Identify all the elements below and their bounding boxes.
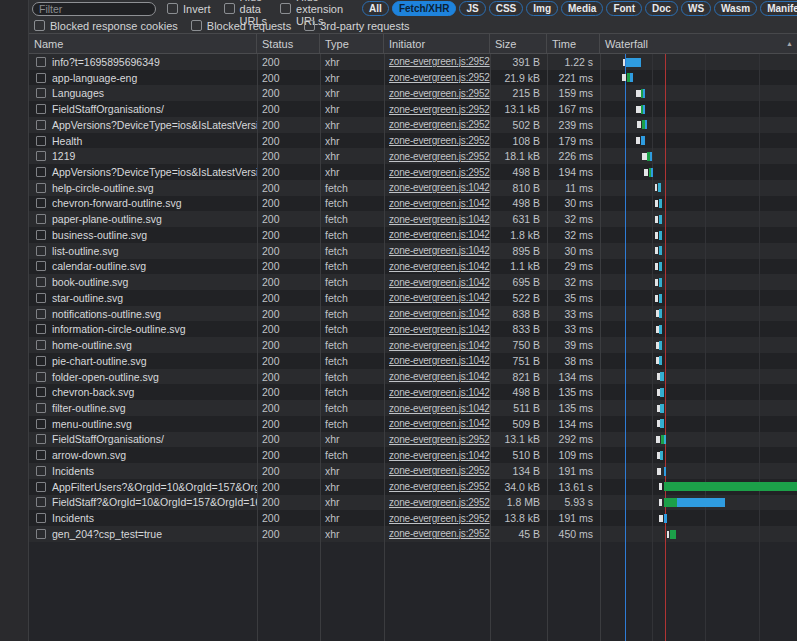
table-row[interactable]: filter-outline.svg200fetchzone-evergreen… <box>29 400 797 416</box>
initiator-link[interactable]: zone-evergreen.js:1042 <box>389 182 490 193</box>
table-row[interactable]: 1219200xhrzone-evergreen.js:295218.1 kB2… <box>29 148 797 164</box>
initiator-link[interactable]: zone-evergreen.js:1042 <box>389 229 490 240</box>
table-row[interactable]: chevron-back.svg200fetchzone-evergreen.j… <box>29 384 797 400</box>
table-row[interactable]: information-circle-outline.svg200fetchzo… <box>29 321 797 337</box>
table-row[interactable]: help-circle-outline.svg200fetchzone-ever… <box>29 180 797 196</box>
row-checkbox[interactable] <box>36 183 46 193</box>
initiator-link[interactable]: zone-evergreen.js:2952 <box>389 497 490 508</box>
table-row[interactable]: AppFilterUsers?&OrgId=10&OrgId=157&OrgId… <box>29 479 797 495</box>
initiator-link[interactable]: zone-evergreen.js:1042 <box>389 308 490 319</box>
row-checkbox[interactable] <box>36 513 46 523</box>
initiator-link[interactable]: zone-evergreen.js:1042 <box>389 324 490 335</box>
table-row[interactable]: star-outline.svg200fetchzone-evergreen.j… <box>29 290 797 306</box>
filter-pill-doc[interactable]: Doc <box>645 1 678 16</box>
table-row[interactable]: AppVersions?DeviceType=ios&IsLatestVersi… <box>29 164 797 180</box>
checkbox-blocked-response-cookies[interactable]: Blocked response cookies <box>34 20 178 32</box>
row-checkbox[interactable] <box>36 88 46 98</box>
initiator-link[interactable]: zone-evergreen.js:1042 <box>389 450 490 461</box>
initiator-link[interactable]: zone-evergreen.js:1042 <box>389 340 490 351</box>
row-checkbox[interactable] <box>36 466 46 476</box>
table-row[interactable]: app-language-eng200xhrzone-evergreen.js:… <box>29 70 797 86</box>
initiator-link[interactable]: zone-evergreen.js:1042 <box>389 261 490 272</box>
checkbox-blocked-requests[interactable]: Blocked requests <box>191 20 291 32</box>
row-checkbox[interactable] <box>36 450 46 460</box>
filter-input[interactable] <box>32 2 156 16</box>
table-row[interactable]: book-outline.svg200fetchzone-evergreen.j… <box>29 274 797 290</box>
initiator-link[interactable]: zone-evergreen.js:2952 <box>389 56 490 67</box>
row-checkbox[interactable] <box>36 230 46 240</box>
initiator-link[interactable]: zone-evergreen.js:1042 <box>389 292 490 303</box>
table-row[interactable]: Health200xhrzone-evergreen.js:2952108 B1… <box>29 133 797 149</box>
initiator-link[interactable]: zone-evergreen.js:2952 <box>389 88 490 99</box>
filter-pill-ws[interactable]: WS <box>681 1 711 16</box>
row-checkbox[interactable] <box>36 356 46 366</box>
initiator-link[interactable]: zone-evergreen.js:1042 <box>389 245 490 256</box>
row-checkbox[interactable] <box>36 293 46 303</box>
initiator-link[interactable]: zone-evergreen.js:2952 <box>389 528 490 539</box>
column-header-type[interactable]: Type <box>320 34 384 53</box>
initiator-link[interactable]: zone-evergreen.js:2952 <box>389 481 490 492</box>
column-header-time[interactable]: Time <box>547 34 600 53</box>
row-checkbox[interactable] <box>36 482 46 492</box>
initiator-link[interactable]: zone-evergreen.js:2952 <box>389 72 490 83</box>
row-checkbox[interactable] <box>36 198 46 208</box>
row-checkbox[interactable] <box>36 151 46 161</box>
row-checkbox[interactable] <box>36 309 46 319</box>
table-row[interactable]: FieldStaffOrganisations/200xhrzone-everg… <box>29 101 797 117</box>
table-row[interactable]: Incidents200xhrzone-evergreen.js:2952134… <box>29 463 797 479</box>
initiator-link[interactable]: zone-evergreen.js:2952 <box>389 135 490 146</box>
initiator-link[interactable]: zone-evergreen.js:2952 <box>389 465 490 476</box>
row-checkbox[interactable] <box>36 340 46 350</box>
row-checkbox[interactable] <box>36 214 46 224</box>
table-row[interactable]: FieldStaff?&OrgId=10&OrgId=157&OrgId=164… <box>29 495 797 511</box>
column-header-waterfall[interactable]: Waterfall ▲ <box>600 34 797 53</box>
row-checkbox[interactable] <box>36 497 46 507</box>
table-row[interactable]: home-outline.svg200fetchzone-evergreen.j… <box>29 337 797 353</box>
column-header-status[interactable]: Status <box>257 34 320 53</box>
checkbox-3rd-party-requests[interactable]: 3rd-party requests <box>304 20 409 32</box>
row-checkbox[interactable] <box>36 57 46 67</box>
row-checkbox[interactable] <box>36 73 46 83</box>
initiator-link[interactable]: zone-evergreen.js:2952 <box>389 104 490 115</box>
initiator-link[interactable]: zone-evergreen.js:2952 <box>389 513 490 524</box>
row-checkbox[interactable] <box>36 261 46 271</box>
table-row[interactable]: AppVersions?DeviceType=ios&IsLatestVersi… <box>29 117 797 133</box>
initiator-link[interactable]: zone-evergreen.js:1042 <box>389 355 490 366</box>
row-checkbox[interactable] <box>36 434 46 444</box>
filter-pill-font[interactable]: Font <box>606 1 642 16</box>
table-row[interactable]: business-outline.svg200fetchzone-evergre… <box>29 227 797 243</box>
initiator-link[interactable]: zone-evergreen.js:1042 <box>389 371 490 382</box>
initiator-link[interactable]: zone-evergreen.js:1042 <box>389 418 490 429</box>
row-checkbox[interactable] <box>36 529 46 539</box>
initiator-link[interactable]: zone-evergreen.js:2952 <box>389 434 490 445</box>
filter-pill-fetch-xhr[interactable]: Fetch/XHR <box>392 1 457 16</box>
row-checkbox[interactable] <box>36 136 46 146</box>
filter-pill-img[interactable]: Img <box>526 1 558 16</box>
initiator-link[interactable]: zone-evergreen.js:2952 <box>389 151 490 162</box>
filter-pill-media[interactable]: Media <box>561 1 603 16</box>
initiator-link[interactable]: zone-evergreen.js:2952 <box>389 119 490 130</box>
table-row[interactable]: Incidents200xhrzone-evergreen.js:295213.… <box>29 510 797 526</box>
initiator-link[interactable]: zone-evergreen.js:1042 <box>389 403 490 414</box>
table-row[interactable]: arrow-down.svg200fetchzone-evergreen.js:… <box>29 447 797 463</box>
table-row[interactable]: notifications-outline.svg200fetchzone-ev… <box>29 306 797 322</box>
table-row[interactable]: folder-open-outline.svg200fetchzone-ever… <box>29 369 797 385</box>
table-row[interactable]: gen_204?csp_test=true200xhrzone-evergree… <box>29 526 797 542</box>
table-row[interactable]: info?t=1695895696349200xhrzone-evergreen… <box>29 54 797 70</box>
row-checkbox[interactable] <box>36 387 46 397</box>
column-header-name[interactable]: Name <box>29 34 257 53</box>
table-row[interactable]: chevron-forward-outline.svg200fetchzone-… <box>29 196 797 212</box>
filter-pill-js[interactable]: JS <box>459 1 485 16</box>
initiator-link[interactable]: zone-evergreen.js:1042 <box>389 198 490 209</box>
row-checkbox[interactable] <box>36 277 46 287</box>
table-row[interactable]: FieldStaffOrganisations/200xhrzone-everg… <box>29 432 797 448</box>
row-checkbox[interactable] <box>36 246 46 256</box>
initiator-link[interactable]: zone-evergreen.js:1042 <box>389 277 490 288</box>
table-row[interactable]: menu-outline.svg200fetchzone-evergreen.j… <box>29 416 797 432</box>
filter-pill-wasm[interactable]: Wasm <box>714 1 757 16</box>
row-checkbox[interactable] <box>36 167 46 177</box>
table-row[interactable]: Languages200xhrzone-evergreen.js:2952215… <box>29 85 797 101</box>
column-header-initiator[interactable]: Initiator <box>384 34 490 53</box>
row-checkbox[interactable] <box>36 403 46 413</box>
initiator-link[interactable]: zone-evergreen.js:2952 <box>389 167 490 178</box>
